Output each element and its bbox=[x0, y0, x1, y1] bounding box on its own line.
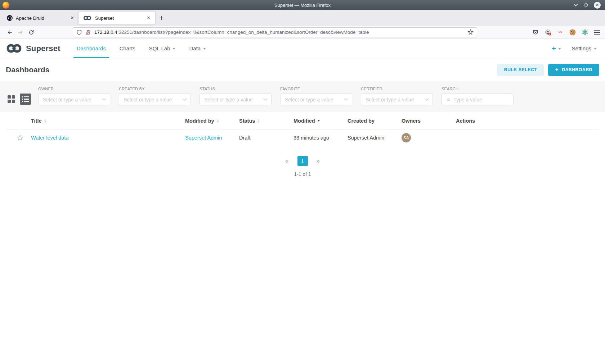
menu-hamburger-icon[interactable] bbox=[594, 30, 600, 35]
nav-item-data[interactable]: Data bbox=[182, 39, 213, 58]
tab-label: Superset bbox=[95, 15, 142, 21]
new-tab-button[interactable]: + bbox=[155, 14, 168, 22]
owner-avatar[interactable]: SA bbox=[402, 133, 411, 142]
window-titlebar: Superset — Mozilla Firefox ✕ bbox=[0, 0, 605, 10]
cookie-icon[interactable] bbox=[569, 29, 576, 36]
browser-tabbar: Apache Druid × Superset × + bbox=[0, 10, 605, 26]
modified-by-link[interactable]: Superset Admin bbox=[185, 135, 239, 141]
status-select[interactable]: Select or type a value bbox=[200, 94, 272, 105]
dashboards-table: Title Modified by Status Modified Create… bbox=[0, 112, 605, 146]
url-host: 172.18.0.4 bbox=[94, 29, 117, 35]
new-item-menu[interactable]: + bbox=[552, 45, 561, 52]
card-view-toggle-icon[interactable] bbox=[8, 95, 15, 103]
owner-select[interactable]: Select or type a value bbox=[38, 94, 110, 105]
column-header-created-by: Created by bbox=[348, 118, 402, 124]
search-field[interactable] bbox=[442, 94, 514, 105]
filter-favorite: FAVORITE Select or type a value bbox=[280, 87, 352, 105]
bookmark-star-icon[interactable] bbox=[467, 29, 474, 35]
page-1-button[interactable]: 1 bbox=[297, 156, 308, 166]
pagination: « 1 » bbox=[0, 156, 605, 166]
sort-icons bbox=[257, 119, 260, 123]
table-row: Water level data Superset Admin Draft 33… bbox=[6, 130, 599, 146]
sort-icons bbox=[217, 119, 219, 123]
page-subheader: Dashboards BULK SELECT + DASHBOARD bbox=[0, 58, 605, 81]
window-maximize-icon[interactable] bbox=[584, 3, 588, 7]
tab-apache-druid[interactable]: Apache Druid × bbox=[2, 12, 79, 24]
extension-badge-icon[interactable] bbox=[545, 29, 551, 36]
tracking-shield-icon[interactable] bbox=[76, 29, 82, 35]
chevron-down-icon bbox=[425, 96, 429, 100]
filter-status: STATUS Select or type a value bbox=[200, 87, 272, 105]
sparkle-extension-icon[interactable] bbox=[582, 29, 588, 35]
firefox-logo-icon bbox=[3, 2, 9, 9]
status-cell: Draft bbox=[239, 135, 293, 141]
favorite-select[interactable]: Select or type a value bbox=[280, 94, 352, 105]
previous-page-button[interactable]: « bbox=[284, 156, 290, 166]
filter-label: FAVORITE bbox=[280, 87, 352, 91]
tab-label: Apache Druid bbox=[16, 15, 66, 21]
ublock-shield-icon[interactable]: UO bbox=[557, 29, 563, 35]
sort-icons-descending bbox=[318, 120, 320, 122]
favorite-star-icon[interactable] bbox=[17, 135, 23, 141]
column-header-title[interactable]: Title bbox=[31, 118, 185, 124]
tab-superset[interactable]: Superset × bbox=[79, 12, 155, 24]
chevron-down-icon bbox=[102, 96, 106, 100]
bulk-select-button[interactable]: BULK SELECT bbox=[497, 64, 544, 76]
search-input[interactable] bbox=[453, 97, 509, 103]
chevron-down-icon bbox=[172, 48, 175, 50]
filter-label: CREATED BY bbox=[119, 87, 191, 91]
chevron-down-icon bbox=[344, 96, 348, 100]
tab-close-icon[interactable]: × bbox=[69, 14, 75, 22]
superset-logo-icon bbox=[6, 44, 23, 53]
url-text[interactable]: 172.18.0.4:32251/dashboard/list/?pageInd… bbox=[94, 29, 464, 35]
insecure-lock-icon[interactable] bbox=[85, 29, 91, 35]
window-minimize-icon[interactable] bbox=[573, 4, 578, 6]
settings-menu[interactable]: Settings bbox=[572, 45, 597, 51]
forward-button[interactable] bbox=[15, 27, 26, 37]
filter-owner: OWNER Select or type a value bbox=[38, 87, 110, 105]
certified-select[interactable]: Select or type a value bbox=[361, 94, 433, 105]
chevron-down-icon bbox=[263, 96, 267, 100]
column-header-status[interactable]: Status bbox=[239, 118, 293, 124]
new-dashboard-button[interactable]: + DASHBOARD bbox=[548, 64, 599, 76]
chevron-down-icon bbox=[558, 48, 561, 50]
filter-search: SEARCH bbox=[442, 87, 514, 105]
filter-label: OWNER bbox=[38, 87, 110, 91]
pagination-summary: 1-1 of 1 bbox=[0, 171, 605, 177]
sort-icons bbox=[44, 119, 46, 123]
search-icon bbox=[446, 97, 451, 102]
chevron-down-icon bbox=[594, 48, 597, 50]
column-header-modified-by[interactable]: Modified by bbox=[185, 118, 239, 124]
superset-brand[interactable]: Superset bbox=[6, 39, 60, 58]
window-close-icon[interactable]: ✕ bbox=[594, 2, 601, 9]
pocket-icon[interactable] bbox=[532, 29, 539, 35]
browser-toolbar: 172.18.0.4:32251/dashboard/list/?pageInd… bbox=[0, 26, 605, 39]
filter-label: SEARCH bbox=[442, 87, 514, 91]
column-header-modified[interactable]: Modified bbox=[293, 118, 348, 124]
filter-created-by: CREATED BY Select or type a value bbox=[119, 87, 191, 105]
column-header-actions: Actions bbox=[456, 118, 599, 124]
column-header-owners: Owners bbox=[402, 118, 456, 124]
tab-close-icon[interactable]: × bbox=[145, 14, 152, 22]
filter-label: STATUS bbox=[200, 87, 272, 91]
plus-icon: + bbox=[552, 45, 556, 52]
reload-button[interactable] bbox=[26, 27, 37, 37]
list-view-toggle-icon[interactable] bbox=[20, 94, 31, 105]
created-by-cell: Superset Admin bbox=[348, 135, 402, 141]
created-by-select[interactable]: Select or type a value bbox=[119, 94, 191, 105]
next-page-button[interactable]: » bbox=[315, 156, 321, 166]
filter-bar: OWNER Select or type a value CREATED BY … bbox=[0, 81, 605, 112]
filter-label: CERTIFIED bbox=[361, 87, 433, 91]
dashboard-title-link[interactable]: Water level data bbox=[31, 135, 185, 141]
nav-item-dashboards[interactable]: Dashboards bbox=[70, 39, 113, 58]
back-button[interactable] bbox=[4, 27, 15, 37]
chevron-down-icon bbox=[183, 96, 187, 100]
plus-icon: + bbox=[555, 67, 559, 73]
nav-item-sql-lab[interactable]: SQL Lab bbox=[142, 39, 183, 58]
chevron-down-icon bbox=[203, 48, 206, 50]
url-bar[interactable]: 172.18.0.4:32251/dashboard/list/?pageInd… bbox=[73, 27, 477, 37]
superset-favicon bbox=[83, 15, 92, 21]
filter-certified: CERTIFIED Select or type a value bbox=[361, 87, 433, 105]
nav-item-charts[interactable]: Charts bbox=[113, 39, 142, 58]
table-header-row: Title Modified by Status Modified Create… bbox=[6, 112, 599, 130]
